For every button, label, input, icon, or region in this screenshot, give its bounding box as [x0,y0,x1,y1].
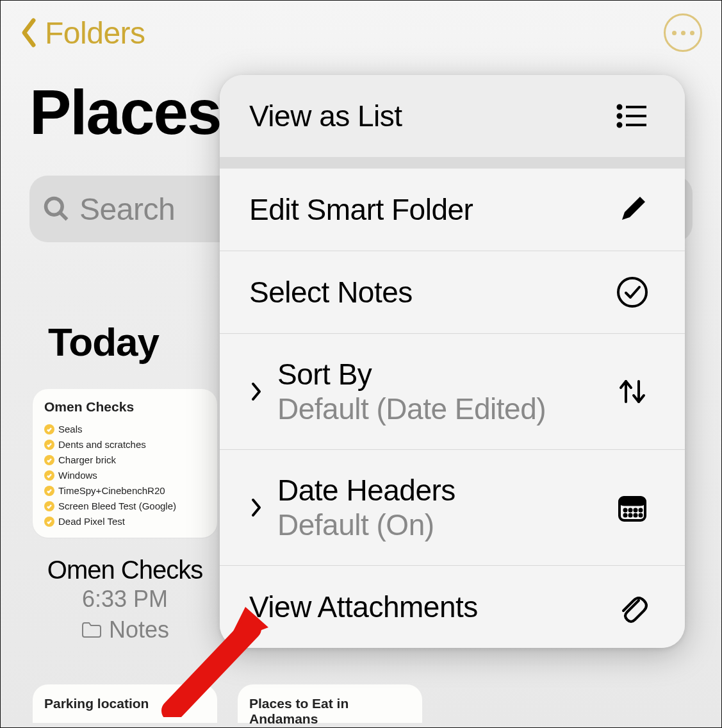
check-icon [44,517,54,527]
more-button[interactable] [664,13,702,52]
svg-point-13 [624,509,627,511]
svg-point-6 [618,123,621,127]
chevron-right-icon [245,495,266,520]
menu-item-edit-smart-folder[interactable]: Edit Smart Folder [220,169,685,251]
note-card[interactable]: Omen Checks Seals Dents and scratches Ch… [33,389,217,538]
menu-item-view-attachments[interactable]: View Attachments [220,566,685,648]
svg-point-15 [634,509,637,511]
bottom-cards-row: Parking location Places to Eat in Andama… [1,643,721,723]
checklist-item: Dents and scratches [44,439,206,450]
menu-item-label: View Attachments [249,590,478,624]
context-menu: View as List Edit Smart Folder Select No… [220,75,685,648]
note-card[interactable]: Places to Eat in Andamans [238,684,422,723]
menu-item-sort-by[interactable]: Sort By Default (Date Edited) [220,334,685,450]
check-icon [44,470,54,481]
note-card-title: Omen Checks [44,399,206,415]
menu-item-view-as-list[interactable]: View as List [220,75,685,157]
paperclip-icon [614,589,650,625]
back-label: Folders [45,15,145,51]
svg-point-8 [618,278,646,306]
svg-point-14 [629,509,632,511]
note-meta-time: 6:33 PM [33,586,217,613]
menu-item-label: Select Notes [249,275,413,310]
note-meta-title: Omen Checks [33,556,217,584]
svg-line-1 [60,213,67,220]
checkmark-circle-icon [614,274,650,310]
svg-point-2 [618,105,621,109]
pencil-icon [614,192,650,228]
menu-item-label: Date Headers [277,473,455,508]
checklist-item: Windows [44,470,206,481]
note-card-meta: Omen Checks 6:33 PM Notes [33,556,217,643]
checklist-item: Seals [44,424,206,434]
check-icon [44,501,54,511]
note-card[interactable]: Parking location [33,684,217,723]
checklist-item: Charger brick [44,454,206,465]
svg-rect-12 [619,497,645,505]
check-icon [44,486,54,496]
search-placeholder: Search [79,192,175,227]
checklist: Seals Dents and scratches Charger brick … [44,424,206,527]
check-icon [44,440,54,450]
checklist-item: TimeSpy+CinebenchR20 [44,485,206,496]
check-icon [44,455,54,465]
menu-item-subtitle: Default (Date Edited) [277,392,546,426]
chevron-left-icon [17,17,41,48]
chevron-right-icon [245,379,266,404]
search-icon [42,195,70,223]
svg-point-18 [629,514,632,517]
checklist-item: Screen Bleed Test (Google) [44,500,206,511]
menu-separator [220,157,685,169]
note-card-title: Parking location [44,696,206,711]
svg-point-0 [46,199,63,215]
sort-icon [614,374,650,410]
svg-point-4 [618,114,621,118]
menu-item-label: Sort By [277,357,546,392]
nav-bar: Folders [1,1,721,58]
svg-point-20 [639,514,642,517]
folder-icon [81,621,103,639]
menu-item-date-headers[interactable]: Date Headers Default (On) [220,450,685,566]
menu-item-select-notes[interactable]: Select Notes [220,251,685,334]
menu-item-label: View as List [249,99,402,133]
svg-point-16 [639,509,642,511]
checklist-item: Dead Pixel Test [44,516,206,527]
calendar-icon [614,490,650,525]
list-icon [614,98,650,134]
svg-point-19 [634,514,637,517]
back-button[interactable]: Folders [17,15,145,51]
svg-point-17 [624,514,627,517]
note-meta-folder: Notes [33,616,217,643]
check-icon [44,424,54,434]
ellipsis-icon [672,31,694,35]
menu-item-label: Edit Smart Folder [249,192,473,227]
note-card-title: Places to Eat in Andamans [249,696,411,727]
menu-item-subtitle: Default (On) [277,508,455,542]
